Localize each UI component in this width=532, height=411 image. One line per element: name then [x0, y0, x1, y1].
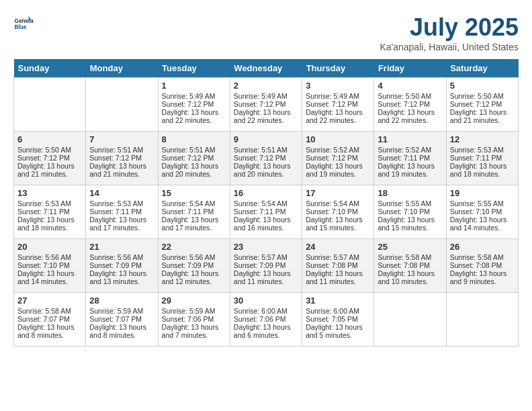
- logo-icon: General Blue: [13, 13, 34, 34]
- calendar-cell: 27Sunrise: 5:58 AMSunset: 7:07 PMDayligh…: [14, 293, 86, 347]
- sunrise-text: Sunrise: 5:56 AM: [89, 253, 154, 261]
- daylight-text: Daylight: 13 hours and 9 minutes.: [450, 269, 515, 285]
- weekday-header-thursday: Thursday: [302, 59, 374, 78]
- calendar-cell: 1Sunrise: 5:49 AMSunset: 7:12 PMDaylight…: [158, 78, 230, 132]
- day-number: 18: [378, 188, 442, 198]
- sunrise-text: Sunrise: 5:57 AM: [306, 253, 370, 261]
- sunrise-text: Sunrise: 5:50 AM: [17, 146, 82, 154]
- daylight-text: Daylight: 13 hours and 20 minutes.: [234, 162, 298, 178]
- sunset-text: Sunset: 7:06 PM: [234, 315, 298, 323]
- day-number: 20: [17, 242, 82, 252]
- sunrise-text: Sunrise: 5:52 AM: [378, 146, 442, 154]
- calendar-cell: 18Sunrise: 5:55 AMSunset: 7:10 PMDayligh…: [374, 185, 446, 239]
- weekday-header-wednesday: Wednesday: [230, 59, 302, 78]
- sunrise-text: Sunrise: 5:56 AM: [162, 253, 226, 261]
- sunrise-text: Sunrise: 5:49 AM: [306, 92, 370, 100]
- weekday-header-tuesday: Tuesday: [158, 59, 230, 78]
- sunset-text: Sunset: 7:12 PM: [17, 154, 82, 162]
- calendar-cell: 11Sunrise: 5:52 AMSunset: 7:11 PMDayligh…: [374, 132, 446, 185]
- logo: General Blue: [13, 13, 34, 34]
- sunset-text: Sunset: 7:08 PM: [450, 261, 515, 269]
- day-number: 15: [162, 188, 226, 198]
- calendar-cell: [374, 293, 446, 347]
- day-number: 24: [306, 242, 370, 252]
- daylight-text: Daylight: 13 hours and 6 minutes.: [234, 323, 298, 339]
- calendar-cell: 13Sunrise: 5:53 AMSunset: 7:11 PMDayligh…: [14, 185, 86, 239]
- day-number: 19: [450, 188, 515, 198]
- sunset-text: Sunset: 7:12 PM: [234, 100, 298, 108]
- sunrise-text: Sunrise: 5:51 AM: [234, 146, 298, 154]
- sunrise-text: Sunrise: 5:55 AM: [378, 199, 442, 208]
- sunset-text: Sunset: 7:12 PM: [162, 154, 226, 162]
- day-number: 27: [17, 295, 82, 306]
- calendar-cell: 19Sunrise: 5:55 AMSunset: 7:10 PMDayligh…: [446, 185, 518, 239]
- daylight-text: Daylight: 13 hours and 15 minutes.: [378, 216, 442, 232]
- calendar-cell: 31Sunrise: 6:00 AMSunset: 7:05 PMDayligh…: [302, 293, 374, 347]
- day-number: 9: [234, 134, 298, 144]
- daylight-text: Daylight: 13 hours and 17 minutes.: [162, 216, 226, 232]
- daylight-text: Daylight: 13 hours and 16 minutes.: [234, 216, 298, 232]
- calendar-cell: 30Sunrise: 6:00 AMSunset: 7:06 PMDayligh…: [230, 293, 302, 347]
- sunrise-text: Sunrise: 5:49 AM: [234, 92, 298, 100]
- sunrise-text: Sunrise: 5:53 AM: [89, 199, 154, 208]
- sunrise-text: Sunrise: 5:54 AM: [306, 199, 370, 208]
- calendar-cell: 17Sunrise: 5:54 AMSunset: 7:10 PMDayligh…: [302, 185, 374, 239]
- day-number: 7: [89, 134, 154, 144]
- sunrise-text: Sunrise: 5:54 AM: [162, 199, 226, 208]
- sunrise-text: Sunrise: 5:56 AM: [17, 253, 82, 261]
- weekday-header-monday: Monday: [86, 59, 158, 78]
- day-number: 12: [450, 134, 515, 144]
- sunset-text: Sunset: 7:12 PM: [234, 154, 298, 162]
- daylight-text: Daylight: 13 hours and 18 minutes.: [17, 216, 82, 232]
- day-number: 14: [89, 188, 154, 198]
- daylight-text: Daylight: 13 hours and 19 minutes.: [378, 162, 442, 178]
- calendar-cell: 6Sunrise: 5:50 AMSunset: 7:12 PMDaylight…: [14, 132, 86, 185]
- weekday-header-row: SundayMondayTuesdayWednesdayThursdayFrid…: [14, 59, 519, 78]
- day-number: 10: [306, 134, 370, 144]
- sunset-text: Sunset: 7:11 PM: [89, 208, 154, 216]
- sunset-text: Sunset: 7:05 PM: [306, 315, 370, 323]
- weekday-header-sunday: Sunday: [14, 59, 86, 78]
- daylight-text: Daylight: 13 hours and 10 minutes.: [378, 269, 442, 285]
- week-row-1: 1Sunrise: 5:49 AMSunset: 7:12 PMDaylight…: [14, 78, 519, 132]
- calendar-cell: 10Sunrise: 5:52 AMSunset: 7:12 PMDayligh…: [302, 132, 374, 185]
- day-number: 13: [17, 188, 82, 198]
- subtitle: Ka'anapali, Hawaii, United States: [380, 42, 519, 52]
- calendar-cell: 15Sunrise: 5:54 AMSunset: 7:11 PMDayligh…: [158, 185, 230, 239]
- sunset-text: Sunset: 7:06 PM: [162, 315, 226, 323]
- week-row-5: 27Sunrise: 5:58 AMSunset: 7:07 PMDayligh…: [14, 293, 519, 347]
- sunset-text: Sunset: 7:07 PM: [89, 315, 154, 323]
- calendar-cell: 29Sunrise: 5:59 AMSunset: 7:06 PMDayligh…: [158, 293, 230, 347]
- calendar-cell: 21Sunrise: 5:56 AMSunset: 7:09 PMDayligh…: [86, 239, 158, 293]
- calendar-cell: [14, 78, 86, 132]
- calendar-cell: 26Sunrise: 5:58 AMSunset: 7:08 PMDayligh…: [446, 239, 518, 293]
- day-number: 17: [306, 188, 370, 198]
- svg-text:Blue: Blue: [15, 24, 27, 30]
- calendar-cell: 8Sunrise: 5:51 AMSunset: 7:12 PMDaylight…: [158, 132, 230, 185]
- calendar-cell: 12Sunrise: 5:53 AMSunset: 7:11 PMDayligh…: [446, 132, 518, 185]
- daylight-text: Daylight: 13 hours and 15 minutes.: [306, 216, 370, 232]
- calendar-cell: 25Sunrise: 5:58 AMSunset: 7:08 PMDayligh…: [374, 239, 446, 293]
- calendar-cell: 28Sunrise: 5:59 AMSunset: 7:07 PMDayligh…: [86, 293, 158, 347]
- daylight-text: Daylight: 13 hours and 21 minutes.: [450, 108, 515, 124]
- calendar-table: SundayMondayTuesdayWednesdayThursdayFrid…: [13, 59, 519, 347]
- day-number: 8: [162, 134, 226, 144]
- day-number: 28: [89, 295, 154, 306]
- sunrise-text: Sunrise: 5:59 AM: [89, 307, 154, 315]
- sunset-text: Sunset: 7:12 PM: [378, 100, 442, 108]
- calendar-cell: 7Sunrise: 5:51 AMSunset: 7:12 PMDaylight…: [86, 132, 158, 185]
- sunset-text: Sunset: 7:08 PM: [378, 261, 442, 269]
- day-number: 2: [234, 81, 298, 91]
- sunrise-text: Sunrise: 5:50 AM: [450, 92, 515, 100]
- daylight-text: Daylight: 13 hours and 22 minutes.: [234, 108, 298, 124]
- day-number: 16: [234, 188, 298, 198]
- sunset-text: Sunset: 7:11 PM: [234, 208, 298, 216]
- daylight-text: Daylight: 13 hours and 21 minutes.: [89, 162, 154, 178]
- day-number: 31: [306, 295, 370, 306]
- daylight-text: Daylight: 13 hours and 18 minutes.: [450, 162, 515, 178]
- sunrise-text: Sunrise: 5:55 AM: [450, 199, 515, 208]
- sunrise-text: Sunrise: 6:00 AM: [306, 307, 370, 315]
- day-number: 4: [378, 81, 442, 91]
- daylight-text: Daylight: 13 hours and 21 minutes.: [17, 162, 82, 178]
- sunrise-text: Sunrise: 5:49 AM: [162, 92, 226, 100]
